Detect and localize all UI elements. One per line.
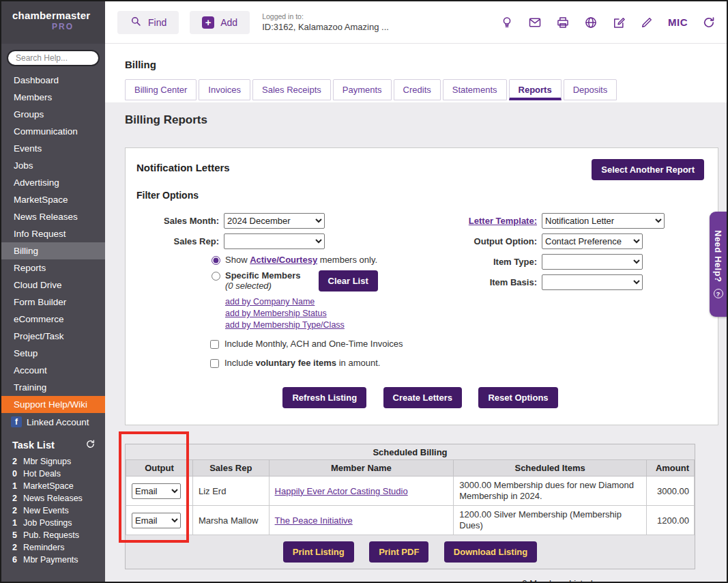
tab-reports[interactable]: Reports	[509, 79, 562, 100]
download-listing-button[interactable]: Download Listing	[444, 541, 537, 563]
tab-sales-receipts[interactable]: Sales Receipts	[252, 79, 331, 100]
logged-in-info: Logged in to: ID:3162, Kalamazoo Amazing…	[262, 12, 389, 32]
show-post-text: members only.	[320, 255, 377, 265]
refresh-icon[interactable]	[702, 16, 716, 29]
member-link-row-1[interactable]: Happily Ever Actor Casting Studio	[275, 486, 408, 496]
print-pdf-button[interactable]: Print PDF	[369, 541, 428, 563]
topbar-icons: MIC	[500, 16, 716, 29]
header-member-name: Member Name	[269, 460, 454, 477]
active-courtesy-link[interactable]: Active/Courtesy	[250, 255, 317, 265]
sales-rep-select[interactable]	[224, 233, 325, 249]
sidebar-item-events[interactable]: Events	[1, 140, 105, 157]
sidebar-item-advertising[interactable]: Advertising	[1, 174, 105, 191]
sidebar-item-reports[interactable]: Reports	[1, 259, 105, 276]
task-list-title: Task List	[12, 440, 55, 451]
sidebar-item-marketspace[interactable]: MarketSpace	[1, 191, 105, 208]
add-by-membership-type-class-link[interactable]: add by Membership Type/Class	[225, 320, 437, 330]
sidebar-item-dashboard[interactable]: Dashboard	[1, 72, 105, 89]
output-option-select[interactable]: Contact Preference	[542, 233, 643, 249]
include-invoices-checkbox[interactable]	[210, 340, 219, 349]
show-active-courtesy-radio[interactable]	[212, 256, 220, 265]
task-label: Reminders	[23, 543, 64, 553]
table-header-row: Output Sales Rep Member Name Scheduled I…	[126, 460, 695, 477]
item-basis-label: Item Basis:	[437, 277, 542, 287]
task-item-reminders[interactable]: 2Reminders	[1, 541, 105, 554]
item-type-label: Item Type:	[437, 257, 542, 267]
task-item-new-events[interactable]: 2New Events	[1, 504, 105, 517]
include-voluntary-checkbox[interactable]	[210, 359, 219, 368]
task-item-job-postings[interactable]: 1Job Postings	[1, 517, 105, 529]
letter-template-select[interactable]: Notification Letter	[542, 213, 665, 229]
task-item-marketspace[interactable]: 1MarketSpace	[1, 480, 105, 492]
find-button[interactable]: Find	[117, 11, 179, 34]
sidebar-item-members[interactable]: Members	[1, 89, 105, 106]
task-label: Job Postings	[23, 518, 72, 528]
task-item-mbr-payments[interactable]: 6Mbr Payments	[1, 554, 105, 566]
task-label: New Events	[23, 506, 69, 516]
sidebar-item-form-builder[interactable]: Form Builder	[1, 294, 105, 311]
show-active-courtesy-label: Show Active/Courtesy members only.	[225, 255, 377, 265]
tab-billing-center[interactable]: Billing Center	[125, 79, 196, 100]
refresh-listing-button[interactable]: Refresh Listing	[282, 387, 366, 408]
sidebar-item-training[interactable]: Training	[1, 379, 105, 396]
task-item-mbr-signups[interactable]: 2Mbr Signups	[1, 455, 105, 468]
specific-members-radio[interactable]	[212, 272, 220, 281]
task-item-hot-deals[interactable]: 0Hot Deals	[1, 468, 105, 480]
select-another-report-button[interactable]: Select Another Report	[592, 159, 704, 180]
letter-template-label-link[interactable]: Letter Template:	[437, 216, 542, 226]
tab-payments[interactable]: Payments	[333, 79, 392, 100]
sidebar-item-project-task[interactable]: Project/Task	[1, 328, 105, 345]
sidebar-item-account[interactable]: Account	[1, 362, 105, 379]
add-button[interactable]: + Add	[190, 11, 250, 34]
add-by-company-name-link[interactable]: add by Company Name	[225, 297, 437, 307]
sidebar-item-setup[interactable]: Setup	[1, 345, 105, 362]
app-logo: chambermaster PRO	[1, 1, 105, 44]
search-help-input[interactable]	[7, 50, 100, 66]
specific-members-count: (0 selected)	[225, 281, 272, 291]
mic-menu[interactable]: MIC	[668, 16, 688, 28]
item-basis-select[interactable]	[542, 274, 643, 290]
add-by-membership-status-link[interactable]: add by Membership Status	[225, 309, 437, 318]
lightbulb-icon[interactable]	[500, 16, 514, 29]
need-help-label: Need Help?	[713, 230, 723, 283]
tab-invoices[interactable]: Invoices	[199, 79, 250, 100]
sidebar-item-groups[interactable]: Groups	[1, 106, 105, 123]
scheduled-billing-panel: Scheduled Billing Output Sales Rep Membe…	[125, 444, 695, 569]
sidebar-item-support-help-wiki[interactable]: Support Help/Wiki	[1, 396, 105, 413]
sidebar-item-info-request[interactable]: Info Request	[1, 225, 105, 242]
need-help-tab[interactable]: Need Help? ?	[710, 212, 727, 317]
member-link-row-2[interactable]: The Peace Initiative	[275, 515, 353, 526]
pencil-icon[interactable]	[640, 16, 654, 29]
voluntary-post-text: in amount.	[339, 358, 381, 368]
filter-columns: Sales Month: 2024 December Sales Rep: Sh…	[136, 213, 704, 368]
notification-letters-card: Notification Letters Select Another Repo…	[125, 147, 718, 425]
sidebar-item-billing[interactable]: Billing	[1, 242, 105, 259]
find-label: Find	[148, 17, 166, 28]
sidebar-item-communication[interactable]: Communication	[1, 123, 105, 140]
tab-deposits[interactable]: Deposits	[564, 79, 617, 100]
sidebar-item-linked-account[interactable]: f Linked Account	[1, 413, 105, 431]
reset-options-button[interactable]: Reset Options	[478, 387, 557, 408]
sidebar-item-ecommerce[interactable]: eCommerce	[1, 311, 105, 328]
task-item-pub-requests[interactable]: 5Pub. Requests	[1, 529, 105, 541]
tab-statements[interactable]: Statements	[443, 79, 507, 100]
envelope-icon[interactable]	[528, 16, 542, 29]
task-refresh-icon[interactable]	[85, 439, 96, 451]
sales-month-select[interactable]: 2024 December	[224, 213, 325, 229]
create-letters-button[interactable]: Create Letters	[383, 387, 462, 408]
sidebar-item-jobs[interactable]: Jobs	[1, 157, 105, 174]
edit-square-icon[interactable]	[612, 16, 626, 29]
clear-list-button[interactable]: Clear List	[319, 270, 378, 292]
globe-icon[interactable]	[584, 16, 598, 29]
output-cell: Email	[126, 477, 193, 506]
sidebar-item-news-releases[interactable]: News Releases	[1, 208, 105, 225]
member-name-cell: Happily Ever Actor Casting Studio	[269, 477, 454, 506]
output-select-row-1[interactable]: Email	[132, 483, 181, 499]
print-listing-button[interactable]: Print Listing	[283, 541, 354, 563]
sidebar-item-cloud-drive[interactable]: Cloud Drive	[1, 276, 105, 294]
output-select-row-2[interactable]: Email	[132, 513, 181, 528]
tab-credits[interactable]: Credits	[394, 79, 441, 100]
item-type-select[interactable]	[542, 254, 643, 270]
printer-icon[interactable]	[556, 16, 570, 29]
task-item-news-releases[interactable]: 2News Releases	[1, 492, 105, 504]
